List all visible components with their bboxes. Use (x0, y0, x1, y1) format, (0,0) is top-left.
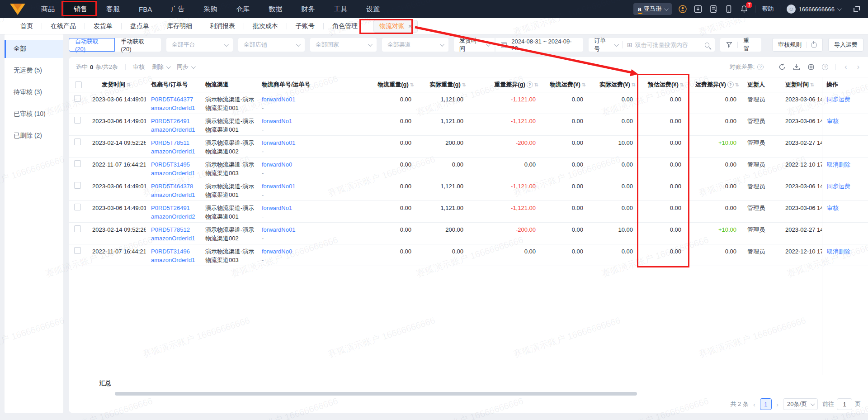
row-checkbox[interactable] (74, 95, 81, 102)
forward-link[interactable]: forwardNo0 (262, 247, 327, 256)
brand-logo-icon[interactable] (7, 2, 28, 16)
sort-icon[interactable]: ⇅ (810, 82, 814, 87)
top-nav-item-tools[interactable]: 工具 (324, 0, 357, 18)
col-ship-time[interactable]: 发货时间⇅ (87, 81, 146, 89)
order-link[interactable]: amazonOrderId1 (151, 234, 198, 243)
prev-page-icon[interactable]: ‹ (843, 63, 848, 71)
top-nav-item-products[interactable]: 商品 (32, 0, 64, 18)
forward-link[interactable]: forwardNo01 (262, 182, 327, 191)
mobile-icon[interactable] (724, 5, 733, 14)
row-checkbox[interactable] (74, 204, 81, 210)
row-checkbox[interactable] (74, 138, 81, 145)
auto-fetch-button[interactable]: 自动获取(20) (69, 38, 115, 52)
top-nav-item-purchase[interactable]: 采购 (194, 0, 226, 18)
current-page-button[interactable]: 1 (760, 398, 772, 410)
sort-icon[interactable]: ⇅ (632, 82, 636, 87)
delete-dropdown[interactable]: 删除 (152, 63, 170, 71)
package-link[interactable]: P0RD5T78512 (151, 225, 198, 234)
col-actual-fee[interactable]: 实际运费(¥)⇅ (589, 81, 638, 89)
search-input[interactable] (635, 42, 703, 48)
refresh-icon[interactable] (778, 63, 786, 71)
reset-button[interactable]: 重置 (743, 37, 755, 53)
account-menu[interactable]: ☺ 16666666666 (787, 5, 840, 14)
subnav-online-products[interactable]: 在线产品 (42, 22, 85, 30)
close-icon[interactable]: × (408, 23, 412, 30)
top-nav-item-data[interactable]: 数据 (259, 0, 292, 18)
search-type-select[interactable]: 订单号 (589, 37, 622, 53)
row-action-link[interactable]: 取消删除 (827, 247, 862, 256)
platform-select[interactable]: 全部平台 (166, 38, 233, 52)
order-link[interactable]: amazonOrderId1 (151, 125, 198, 134)
package-link[interactable]: P0RD5T78511 (151, 138, 198, 147)
forward-link[interactable]: forwardNo0 (262, 160, 327, 169)
subnav-role-management[interactable]: 角色管理 (324, 22, 366, 30)
audit-button[interactable]: 审核 (133, 63, 145, 71)
settings-gear-icon[interactable] (807, 63, 815, 71)
row-action-link[interactable]: 取消删除 (827, 160, 862, 169)
import-icon[interactable] (693, 5, 703, 14)
row-checkbox[interactable] (74, 160, 81, 167)
prev-page-icon[interactable]: ‹ (753, 401, 755, 408)
forward-link[interactable]: forwardNo01 (262, 138, 327, 147)
order-link[interactable]: amazonOrderId1 (151, 147, 198, 156)
question-icon[interactable]: ? (757, 64, 764, 70)
package-link[interactable]: P0RD5T464378 (151, 182, 198, 191)
store-select[interactable]: 全部店铺 (238, 38, 305, 52)
date-type-select[interactable]: 发货时间 (454, 38, 495, 52)
manual-fetch-button[interactable]: 手动获取(20) (115, 38, 160, 52)
horizontal-scrollbar-thumb[interactable] (115, 392, 637, 396)
col-update-time[interactable]: 更新时间⇅ (783, 81, 822, 89)
row-checkbox[interactable] (74, 117, 81, 124)
marketplace-selector[interactable]: a 亚马逊 (633, 3, 672, 15)
forward-link[interactable]: forwardNo01 (262, 95, 327, 104)
top-nav-item-settings[interactable]: 设置 (357, 0, 389, 18)
question-icon[interactable]: ? (527, 81, 533, 88)
sidebar-item-no-fee[interactable]: 无运费 (5) (5, 62, 63, 80)
channel-select[interactable]: 全部渠道 (382, 38, 448, 52)
package-link[interactable]: P0RD5T31495 (151, 160, 198, 169)
sidebar-item-pending-audit[interactable]: 待审核 (3) (5, 83, 63, 101)
order-link[interactable]: amazonOrderId1 (151, 104, 198, 112)
sort-icon[interactable]: ⇅ (127, 82, 131, 87)
row-action-link[interactable]: 审核 (827, 117, 862, 125)
sync-dropdown[interactable]: 同步 (177, 63, 194, 71)
sidebar-item-deleted[interactable]: 已删除 (2) (5, 127, 63, 145)
row-action-link[interactable]: 审核 (827, 204, 862, 212)
support-icon[interactable] (678, 5, 687, 14)
sort-icon[interactable]: ⇅ (582, 82, 586, 87)
sidebar-item-all[interactable]: 全部 (5, 40, 63, 58)
top-nav-item-finance[interactable]: 财务 (292, 0, 324, 18)
power-toggle-icon[interactable] (811, 42, 817, 48)
import-fee-button[interactable]: 导入运费 (828, 38, 863, 52)
page-size-select[interactable]: 20条/页 (783, 398, 818, 410)
subnav-inventory-count[interactable]: 盘点单 (122, 22, 158, 30)
subnav-shipment-orders[interactable]: 发货单 (85, 22, 121, 30)
download-icon[interactable] (793, 63, 800, 71)
col-logistics-weight[interactable]: 物流重量(g)⇅ (329, 81, 417, 89)
row-action-link[interactable]: 同步运费 (827, 182, 862, 191)
top-nav-item-ads[interactable]: 广告 (161, 0, 194, 18)
package-link[interactable]: P0RD5T26491 (151, 204, 198, 212)
forward-link[interactable]: forwardNo1 (262, 204, 327, 212)
date-range-picker[interactable]: 2024-08-31 ~ 2024-09-29 (495, 38, 583, 52)
col-logistics-fee[interactable]: 物流运费(¥)⇅ (541, 81, 589, 89)
col-weight-diff[interactable]: 重量差异(g)?⇅ (469, 81, 541, 89)
sort-icon[interactable]: ⇅ (410, 82, 414, 87)
subnav-batch-cost[interactable]: 批次成本 (244, 22, 287, 30)
col-fee-diff[interactable]: 运费差异(¥)?⇅ (687, 81, 742, 89)
top-nav-item-warehouse[interactable]: 仓库 (226, 0, 259, 18)
subnav-sub-account[interactable]: 子账号 (287, 22, 323, 30)
sort-icon[interactable]: ⇅ (462, 82, 466, 87)
row-action-link[interactable]: 同步运费 (827, 95, 862, 104)
row-checkbox[interactable] (74, 182, 81, 189)
package-link[interactable]: P0RD5T464377 (151, 95, 198, 104)
col-actual-weight[interactable]: 实际重量(g)⇅ (417, 81, 469, 89)
sort-icon[interactable]: ⇅ (735, 82, 739, 87)
country-select[interactable]: 全部国家 (310, 38, 377, 52)
forward-link[interactable]: forwardNo01 (262, 225, 327, 234)
order-link[interactable]: amazonOrderId1 (151, 256, 198, 264)
goto-page-input[interactable] (837, 398, 852, 410)
top-nav-item-service[interactable]: 客服 (97, 0, 129, 18)
order-link[interactable]: amazonOrderId1 (151, 191, 198, 199)
fullscreen-icon[interactable] (854, 6, 860, 12)
